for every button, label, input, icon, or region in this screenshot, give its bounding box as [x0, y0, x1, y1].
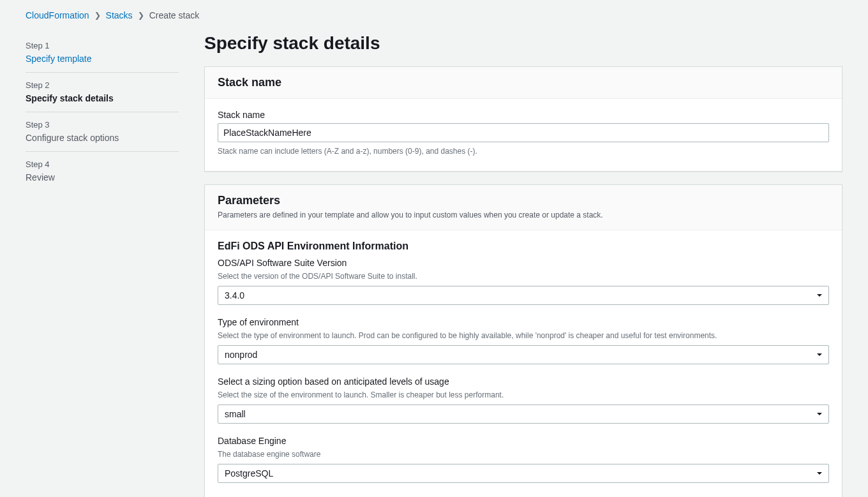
panel-heading: Parameters [218, 194, 829, 207]
step-title: Review [26, 172, 179, 183]
breadcrumb-stacks[interactable]: Stacks [106, 10, 133, 20]
step-number: Step 4 [26, 159, 179, 170]
param-label-sizing: Select a sizing option based on anticipa… [218, 376, 829, 387]
stack-name-input[interactable] [218, 123, 829, 142]
param-hint-env-type: Select the type of environment to launch… [218, 330, 829, 341]
page-title: Specify stack details [204, 33, 842, 54]
stack-name-panel: Stack name Stack name Stack name can inc… [204, 66, 842, 172]
param-hint-db-engine: The database engine software [218, 449, 829, 460]
param-select-db-engine[interactable]: PostgreSQL [218, 464, 829, 483]
breadcrumb: CloudFormation ❯ Stacks ❯ Create stack [26, 10, 842, 20]
stack-name-hint: Stack name can include letters (A-Z and … [218, 146, 829, 157]
wizard-step: Step 4 Review [26, 152, 179, 191]
wizard-step: Step 3 Configure stack options [26, 112, 179, 152]
step-number: Step 1 [26, 41, 179, 52]
wizard-steps-sidebar: Step 1 Specify template Step 2 Specify s… [26, 33, 179, 497]
wizard-step[interactable]: Step 1 Specify template [26, 33, 179, 73]
param-select-env-type[interactable]: nonprod [218, 345, 829, 364]
wizard-step: Step 2 Specify stack details [26, 73, 179, 112]
param-select-version[interactable]: 3.4.0 [218, 286, 829, 305]
parameters-panel: Parameters Parameters are defined in you… [204, 184, 842, 497]
param-label-db-engine: Database Engine [218, 435, 829, 447]
param-hint-version: Select the version of the ODS/API Softwa… [218, 271, 829, 282]
breadcrumb-current: Create stack [149, 10, 200, 20]
param-select-sizing[interactable]: small [218, 404, 829, 424]
param-hint-sizing: Select the size of the environment to la… [218, 390, 829, 401]
param-label-version: ODS/API Software Suite Version [218, 257, 829, 269]
step-number: Step 2 [26, 80, 179, 91]
panel-header: Parameters Parameters are defined in you… [205, 185, 842, 230]
panel-heading: Stack name [218, 76, 829, 89]
main-content: Specify stack details Stack name Stack n… [204, 33, 842, 497]
step-title: Configure stack options [26, 132, 179, 144]
step-title: Specify stack details [26, 93, 179, 104]
breadcrumb-cloudformation[interactable]: CloudFormation [26, 10, 89, 20]
param-label-env-type: Type of environment [218, 316, 829, 328]
panel-subtitle: Parameters are defined in your template … [218, 210, 829, 221]
parameters-section-heading: EdFi ODS API Environment Information [218, 241, 829, 252]
step-title: Specify template [26, 53, 179, 64]
chevron-right-icon: ❯ [94, 11, 101, 20]
panel-header: Stack name [205, 67, 842, 99]
stack-name-label: Stack name [218, 109, 829, 121]
step-number: Step 3 [26, 120, 179, 131]
chevron-right-icon: ❯ [138, 11, 144, 20]
